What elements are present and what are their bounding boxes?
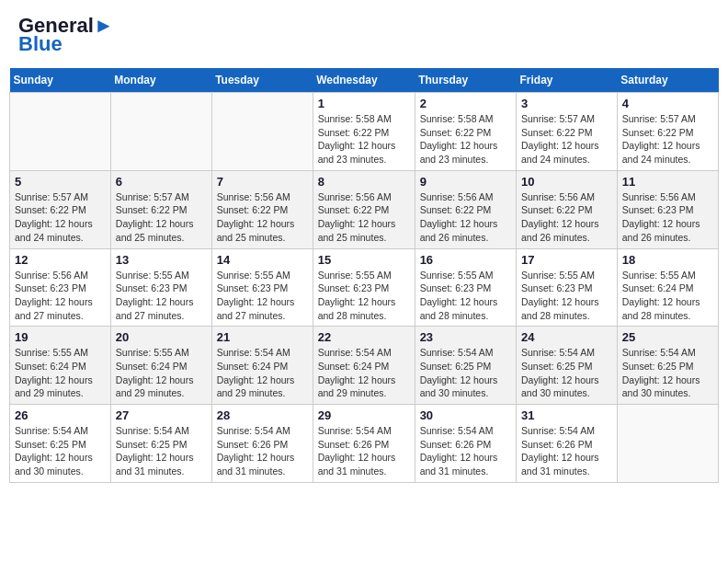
calendar: SundayMondayTuesdayWednesdayThursdayFrid…: [9, 68, 719, 483]
day-number: 7: [217, 175, 308, 189]
calendar-cell: 31Sunrise: 5:54 AM Sunset: 6:26 PM Dayli…: [516, 405, 617, 483]
day-number: 6: [116, 175, 207, 189]
day-number: 15: [318, 253, 410, 267]
day-number: 4: [622, 97, 713, 110]
day-of-week-header: Wednesday: [313, 68, 415, 93]
day-info: Sunrise: 5:55 AM Sunset: 6:23 PM Dayligh…: [116, 269, 207, 323]
day-info: Sunrise: 5:56 AM Sunset: 6:23 PM Dayligh…: [15, 269, 106, 323]
day-number: 21: [217, 330, 308, 344]
day-number: 8: [318, 175, 410, 189]
calendar-cell: 27Sunrise: 5:54 AM Sunset: 6:25 PM Dayli…: [110, 405, 211, 483]
calendar-cell: 26Sunrise: 5:54 AM Sunset: 6:25 PM Dayli…: [10, 405, 111, 483]
calendar-cell: [110, 93, 211, 171]
calendar-cell: 17Sunrise: 5:55 AM Sunset: 6:23 PM Dayli…: [516, 248, 617, 327]
day-info: Sunrise: 5:54 AM Sunset: 6:25 PM Dayligh…: [622, 346, 713, 400]
day-number: 20: [116, 330, 207, 344]
day-of-week-header: Tuesday: [211, 68, 313, 93]
day-number: 26: [15, 408, 106, 422]
calendar-cell: 12Sunrise: 5:56 AM Sunset: 6:23 PM Dayli…: [10, 248, 111, 327]
header: General► Blue: [9, 9, 719, 61]
calendar-cell: 25Sunrise: 5:54 AM Sunset: 6:25 PM Dayli…: [617, 327, 718, 405]
day-info: Sunrise: 5:55 AM Sunset: 6:24 PM Dayligh…: [622, 269, 713, 323]
calendar-cell: 14Sunrise: 5:55 AM Sunset: 6:23 PM Dayli…: [211, 248, 313, 327]
calendar-cell: 15Sunrise: 5:55 AM Sunset: 6:23 PM Dayli…: [313, 248, 415, 327]
calendar-cell: 23Sunrise: 5:54 AM Sunset: 6:25 PM Dayli…: [415, 327, 516, 405]
calendar-week-row: 1Sunrise: 5:58 AM Sunset: 6:22 PM Daylig…: [10, 93, 719, 171]
calendar-cell: 18Sunrise: 5:55 AM Sunset: 6:24 PM Dayli…: [617, 248, 718, 327]
day-info: Sunrise: 5:54 AM Sunset: 6:25 PM Dayligh…: [116, 424, 207, 478]
calendar-header-row: SundayMondayTuesdayWednesdayThursdayFrid…: [10, 68, 719, 93]
calendar-cell: 16Sunrise: 5:55 AM Sunset: 6:23 PM Dayli…: [415, 248, 516, 327]
day-number: 12: [15, 253, 106, 267]
calendar-cell: 20Sunrise: 5:55 AM Sunset: 6:24 PM Dayli…: [110, 327, 211, 405]
calendar-cell: 13Sunrise: 5:55 AM Sunset: 6:23 PM Dayli…: [110, 248, 211, 327]
day-of-week-header: Saturday: [617, 68, 718, 93]
logo: General► Blue: [18, 14, 114, 56]
calendar-cell: [617, 405, 718, 483]
calendar-cell: 28Sunrise: 5:54 AM Sunset: 6:26 PM Dayli…: [211, 405, 313, 483]
day-of-week-header: Sunday: [10, 68, 111, 93]
calendar-cell: 4Sunrise: 5:57 AM Sunset: 6:22 PM Daylig…: [617, 93, 718, 171]
calendar-cell: 5Sunrise: 5:57 AM Sunset: 6:22 PM Daylig…: [10, 170, 111, 248]
day-number: 5: [15, 175, 106, 189]
day-number: 9: [420, 175, 511, 189]
day-info: Sunrise: 5:55 AM Sunset: 6:24 PM Dayligh…: [116, 346, 207, 400]
day-number: 1: [318, 97, 410, 110]
calendar-cell: 9Sunrise: 5:56 AM Sunset: 6:22 PM Daylig…: [415, 170, 516, 248]
day-info: Sunrise: 5:58 AM Sunset: 6:22 PM Dayligh…: [318, 112, 410, 167]
calendar-cell: 19Sunrise: 5:55 AM Sunset: 6:24 PM Dayli…: [10, 327, 111, 405]
calendar-cell: 6Sunrise: 5:57 AM Sunset: 6:22 PM Daylig…: [110, 170, 211, 248]
calendar-cell: [10, 93, 111, 171]
day-info: Sunrise: 5:57 AM Sunset: 6:22 PM Dayligh…: [521, 112, 612, 167]
day-number: 11: [622, 175, 713, 189]
day-number: 25: [622, 330, 713, 344]
calendar-cell: 24Sunrise: 5:54 AM Sunset: 6:25 PM Dayli…: [516, 327, 617, 405]
day-info: Sunrise: 5:54 AM Sunset: 6:26 PM Dayligh…: [420, 424, 511, 478]
day-number: 24: [521, 330, 612, 344]
day-number: 31: [521, 408, 612, 422]
day-info: Sunrise: 5:54 AM Sunset: 6:24 PM Dayligh…: [217, 346, 308, 400]
calendar-week-row: 12Sunrise: 5:56 AM Sunset: 6:23 PM Dayli…: [10, 248, 719, 327]
day-info: Sunrise: 5:57 AM Sunset: 6:22 PM Dayligh…: [116, 190, 207, 245]
day-number: 10: [521, 175, 612, 189]
day-of-week-header: Monday: [110, 68, 211, 93]
calendar-cell: 2Sunrise: 5:58 AM Sunset: 6:22 PM Daylig…: [415, 93, 516, 171]
day-info: Sunrise: 5:54 AM Sunset: 6:26 PM Dayligh…: [217, 424, 308, 478]
day-info: Sunrise: 5:54 AM Sunset: 6:25 PM Dayligh…: [521, 346, 612, 400]
day-number: 16: [420, 253, 511, 267]
calendar-cell: 10Sunrise: 5:56 AM Sunset: 6:22 PM Dayli…: [516, 170, 617, 248]
calendar-cell: 1Sunrise: 5:58 AM Sunset: 6:22 PM Daylig…: [313, 93, 415, 171]
day-info: Sunrise: 5:57 AM Sunset: 6:22 PM Dayligh…: [15, 190, 106, 245]
day-number: 2: [420, 97, 511, 110]
day-of-week-header: Thursday: [415, 68, 516, 93]
day-info: Sunrise: 5:54 AM Sunset: 6:25 PM Dayligh…: [420, 346, 511, 400]
day-number: 27: [116, 408, 207, 422]
day-info: Sunrise: 5:54 AM Sunset: 6:26 PM Dayligh…: [521, 424, 612, 478]
logo-blue: Blue: [18, 32, 63, 56]
day-info: Sunrise: 5:56 AM Sunset: 6:22 PM Dayligh…: [521, 190, 612, 245]
calendar-cell: 8Sunrise: 5:56 AM Sunset: 6:22 PM Daylig…: [313, 170, 415, 248]
day-number: 18: [622, 253, 713, 267]
day-number: 14: [217, 253, 308, 267]
day-info: Sunrise: 5:55 AM Sunset: 6:23 PM Dayligh…: [217, 269, 308, 323]
calendar-cell: 7Sunrise: 5:56 AM Sunset: 6:22 PM Daylig…: [211, 170, 313, 248]
day-number: 23: [420, 330, 511, 344]
calendar-week-row: 26Sunrise: 5:54 AM Sunset: 6:25 PM Dayli…: [10, 405, 719, 483]
day-number: 3: [521, 97, 612, 110]
day-info: Sunrise: 5:56 AM Sunset: 6:23 PM Dayligh…: [622, 190, 713, 245]
day-number: 13: [116, 253, 207, 267]
day-info: Sunrise: 5:56 AM Sunset: 6:22 PM Dayligh…: [318, 190, 410, 245]
day-info: Sunrise: 5:55 AM Sunset: 6:24 PM Dayligh…: [15, 346, 106, 400]
day-info: Sunrise: 5:56 AM Sunset: 6:22 PM Dayligh…: [217, 190, 308, 245]
day-info: Sunrise: 5:54 AM Sunset: 6:26 PM Dayligh…: [318, 424, 410, 478]
day-info: Sunrise: 5:55 AM Sunset: 6:23 PM Dayligh…: [420, 269, 511, 323]
day-info: Sunrise: 5:58 AM Sunset: 6:22 PM Dayligh…: [420, 112, 511, 167]
day-info: Sunrise: 5:54 AM Sunset: 6:25 PM Dayligh…: [15, 424, 106, 478]
day-number: 29: [318, 408, 410, 422]
calendar-cell: [211, 93, 313, 171]
day-info: Sunrise: 5:56 AM Sunset: 6:22 PM Dayligh…: [420, 190, 511, 245]
day-number: 19: [15, 330, 106, 344]
day-number: 30: [420, 408, 511, 422]
day-info: Sunrise: 5:55 AM Sunset: 6:23 PM Dayligh…: [318, 269, 410, 323]
calendar-week-row: 19Sunrise: 5:55 AM Sunset: 6:24 PM Dayli…: [10, 327, 719, 405]
